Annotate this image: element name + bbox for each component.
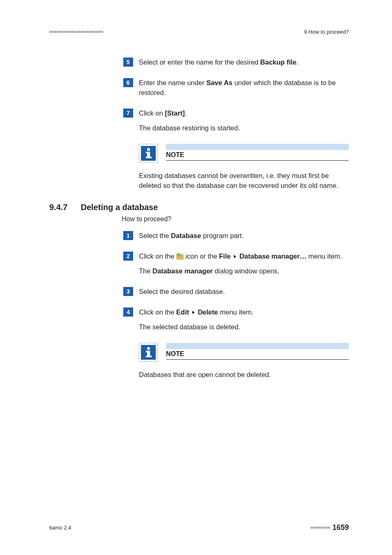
step-text: Click on the Edit Delete menu item. xyxy=(139,308,349,317)
step-number: 6 xyxy=(123,78,133,87)
steps-group-a: 5Select or enter the name for the desire… xyxy=(123,58,349,133)
step: 6Enter the name under Save As under whic… xyxy=(123,78,349,98)
step-body: Click on the icon or the File Database m… xyxy=(139,252,349,276)
step-text: Click on [Start]. xyxy=(139,109,349,118)
step-number: 1 xyxy=(123,231,133,240)
step-text: Select the Database program part. xyxy=(139,231,349,241)
note-text: Existing databases cannot be overwritten… xyxy=(139,171,349,191)
info-icon xyxy=(139,144,158,163)
step-body: Click on [Start].The database restoring … xyxy=(139,109,349,133)
step-number: 4 xyxy=(123,308,133,317)
header-dots-decoration xyxy=(49,31,103,33)
step-result: The database restoring is started. xyxy=(139,123,349,133)
note-text: Databases that are open cannot be delete… xyxy=(139,370,349,380)
step-body: Click on the Edit Delete menu item.The s… xyxy=(139,308,349,332)
note-accent-bar xyxy=(166,343,349,349)
step-body: Select the Database program part. xyxy=(139,231,349,241)
note-title: NOTE xyxy=(166,150,349,161)
menu-arrow-icon xyxy=(234,255,236,258)
content-area-2: 1Select the Database program part.2Click… xyxy=(123,231,349,379)
note-accent-bar xyxy=(166,144,349,150)
footer-left: tiamo 2.4 xyxy=(49,525,71,531)
page-footer: tiamo 2.4 1659 xyxy=(49,523,349,532)
header-chapter-label: 9 How to proceed? xyxy=(304,29,349,35)
step: 2Click on the icon or the File Database … xyxy=(123,252,349,276)
note-title: NOTE xyxy=(166,349,349,360)
step-text: Select the desired database. xyxy=(139,287,349,297)
section-heading: 9.4.7 Deleting a database xyxy=(49,203,349,212)
footer-dots-decoration xyxy=(311,527,330,529)
step-body: Select the desired database. xyxy=(139,287,349,297)
step-result: The selected database is deleted. xyxy=(139,322,349,332)
step-number: 2 xyxy=(123,252,133,261)
step: 3Select the desired database. xyxy=(123,287,349,297)
database-icon xyxy=(176,252,184,260)
step-body: Select or enter the name for the desired… xyxy=(139,58,349,67)
step: 1Select the Database program part. xyxy=(123,231,349,241)
page-header: 9 How to proceed? xyxy=(49,29,349,35)
step-text: Select or enter the name for the desired… xyxy=(139,58,349,67)
step-text: Enter the name under Save As under which… xyxy=(139,78,349,98)
step-number: 3 xyxy=(123,287,133,296)
menu-arrow-icon xyxy=(192,311,195,314)
step: 7Click on [Start].The database restoring… xyxy=(123,109,349,133)
note-block-1: NOTE Existing databases cannot be overwr… xyxy=(139,144,349,191)
note-block-2: NOTE Databases that are open cannot be d… xyxy=(139,343,349,380)
page-number: 1659 xyxy=(332,523,349,532)
content-area: 5Select or enter the name for the desire… xyxy=(123,58,349,190)
info-icon xyxy=(139,343,158,362)
step-number: 7 xyxy=(123,109,133,118)
section-title: Deleting a database xyxy=(81,203,158,212)
section-subtitle: How to proceed? xyxy=(122,215,349,223)
section-number: 9.4.7 xyxy=(49,203,67,212)
step-result: The Database manager dialog window opens… xyxy=(139,266,349,276)
step-number: 5 xyxy=(123,58,133,67)
step-text: Click on the icon or the File Database m… xyxy=(139,252,349,261)
step-body: Enter the name under Save As under which… xyxy=(139,78,349,98)
steps-group-b: 1Select the Database program part.2Click… xyxy=(123,231,349,332)
step: 5Select or enter the name for the desire… xyxy=(123,58,349,67)
step: 4Click on the Edit Delete menu item.The … xyxy=(123,308,349,332)
